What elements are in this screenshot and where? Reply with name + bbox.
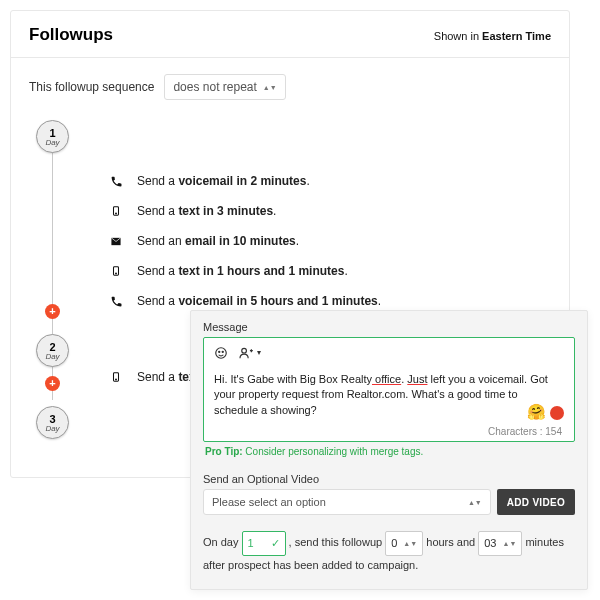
message-label: Message (203, 321, 575, 333)
message-editor-panel: Message ▾ Hi. It's Gabe with Big Box Rea… (190, 310, 588, 590)
step-item[interactable]: Send a voicemail in 2 minutes. (109, 166, 551, 196)
pro-tip: Pro Tip: Consider personalizing with mer… (203, 442, 575, 459)
message-textarea[interactable]: Hi. It's Gabe with Big Box Realty office… (212, 366, 566, 424)
day-node-2[interactable]: 2 Day (36, 334, 69, 367)
check-icon: ✓ (267, 534, 279, 553)
add-step-button[interactable]: + (45, 376, 60, 391)
repeat-row: This followup sequence does not repeat ▲… (11, 58, 569, 108)
step-item[interactable]: Send a text in 1 hours and 1 minutes. (109, 256, 551, 286)
mobile-icon (109, 204, 123, 218)
step-item[interactable]: Send a text in 3 minutes. (109, 196, 551, 226)
minutes-input[interactable]: 03▲▼ (478, 531, 522, 556)
message-toolbar: ▾ (212, 344, 566, 366)
day-node-1[interactable]: 1 Day (36, 120, 69, 153)
mail-icon (109, 236, 123, 247)
step-item[interactable]: Send an email in 10 minutes. (109, 226, 551, 256)
day-input[interactable]: 1 ✓ (242, 531, 286, 556)
phone-icon (109, 295, 123, 308)
svg-point-5 (116, 379, 117, 380)
add-video-button[interactable]: ADD VIDEO (497, 489, 575, 515)
hours-input[interactable]: 0▲▼ (385, 531, 423, 556)
video-select[interactable]: Please select an option ▲▼ (203, 489, 491, 515)
video-label: Send an Optional Video (203, 473, 575, 485)
day-node-3[interactable]: 3 Day (36, 406, 69, 439)
svg-point-6 (216, 348, 227, 359)
svg-point-3 (116, 273, 117, 274)
svg-point-9 (242, 348, 247, 353)
character-count: Characters : 154 (212, 424, 566, 437)
chevron-updown-icon: ▲▼ (503, 541, 517, 546)
chevron-updown-icon: ▲▼ (263, 85, 277, 90)
chevron-updown-icon: ▲▼ (468, 500, 482, 505)
svg-point-7 (219, 351, 220, 352)
timezone-indicator: Shown in Eastern Time (434, 30, 551, 42)
repeat-label: This followup sequence (29, 80, 154, 94)
mobile-icon (109, 370, 123, 384)
person-add-icon[interactable]: ▾ (238, 346, 261, 360)
red-circle-icon (550, 406, 564, 420)
page-title: Followups (29, 25, 113, 45)
svg-point-8 (222, 351, 223, 352)
message-box: ▾ Hi. It's Gabe with Big Box Realty offi… (203, 337, 575, 442)
phone-icon (109, 175, 123, 188)
repeat-select[interactable]: does not repeat ▲▼ (164, 74, 285, 100)
message-reactions: 🤗 (527, 401, 564, 422)
emoji-icon[interactable] (214, 346, 228, 360)
mobile-icon (109, 264, 123, 278)
svg-point-1 (116, 213, 117, 214)
add-step-button[interactable]: + (45, 304, 60, 319)
schedule-sentence: On day 1 ✓ , send this followup 0▲▼ hour… (203, 531, 575, 574)
panel-header: Followups Shown in Eastern Time (11, 11, 569, 58)
chevron-updown-icon: ▲▼ (403, 541, 417, 546)
